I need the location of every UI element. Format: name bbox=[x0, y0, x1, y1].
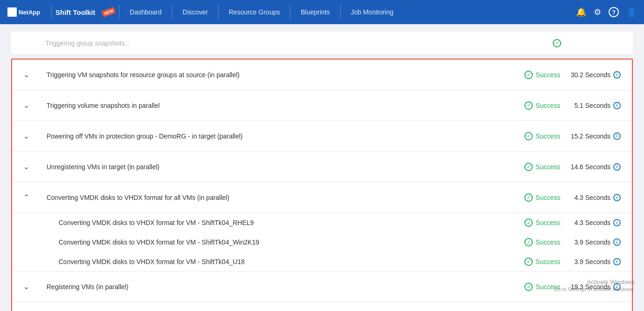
table-row: Converting VMDK disks to VHDX format for… bbox=[12, 252, 632, 271]
sub-row-3-info-icon[interactable]: i bbox=[613, 258, 621, 265]
table-row: ⌄ Registering VMs (in parallel) ✓ Succes… bbox=[12, 271, 632, 302]
row-4-label: Unregistering VMs in target (in parallel… bbox=[37, 163, 504, 171]
sub-row-1-success-icon: ✓ bbox=[524, 218, 533, 227]
table-row: ⌄ Triggering VM snapshots for resource g… bbox=[12, 60, 632, 90]
nav-discover[interactable]: Discover bbox=[176, 8, 214, 16]
sub-row-1-label: Converting VMDK disks to VHDX format for… bbox=[49, 219, 504, 226]
shift-toolkit-label: Shift Toolkit bbox=[55, 8, 99, 16]
row-2-info-icon[interactable]: i bbox=[613, 102, 621, 109]
nav-dashboard[interactable]: Dashboard bbox=[123, 8, 168, 16]
sub-row-1-status: ✓ Success bbox=[504, 218, 560, 227]
jobs-table: ⌄ Triggering VM snapshots for resource g… bbox=[11, 59, 633, 311]
sub-row-1-status-text: Success bbox=[536, 219, 560, 226]
row-4-status: ✓ Success bbox=[504, 163, 560, 171]
row-1-label: Triggering VM snapshots for resource gro… bbox=[37, 71, 504, 79]
sub-row-2-info-icon[interactable]: i bbox=[613, 238, 621, 246]
row-4-success-icon: ✓ bbox=[524, 163, 533, 171]
navbar-right: 🔔 ⚙ ? 👤 bbox=[576, 7, 637, 17]
nav-divider-6 bbox=[340, 5, 341, 19]
row-1-time: 30.2 Seconds i bbox=[560, 71, 621, 79]
row-6-status: ✓ Success bbox=[504, 283, 560, 291]
gear-icon[interactable]: ⚙ bbox=[594, 7, 601, 17]
sub-row-2-time-text: 3.9 Seconds bbox=[574, 238, 610, 246]
sub-row-3-status-text: Success bbox=[536, 258, 560, 265]
row-1-info-icon[interactable]: i bbox=[613, 71, 621, 79]
table-row: ⌄ Unregistering VMs in target (in parall… bbox=[12, 152, 632, 182]
help-icon[interactable]: ? bbox=[609, 7, 619, 17]
top-partial-label: Triggering group snapshots... bbox=[36, 40, 505, 47]
row-5-time: 4.3 Seconds i bbox=[560, 194, 621, 201]
windows-activation: Activate Windows Go to Settings to activ… bbox=[554, 278, 635, 292]
shift-toolkit-brand: Shift Toolkit NEW bbox=[55, 8, 115, 16]
row-3-status-text: Success bbox=[536, 132, 560, 140]
sub-row-2-status: ✓ Success bbox=[504, 238, 560, 246]
table-row: ⌄ Powering off VMs in protection group -… bbox=[12, 121, 632, 152]
sub-row-3-time-text: 3.9 Seconds bbox=[574, 258, 610, 265]
row-6-label: Registering VMs (in parallel) bbox=[37, 283, 504, 291]
row-5-status: ✓ Success bbox=[504, 193, 560, 202]
row-1-chevron[interactable]: ⌄ bbox=[23, 70, 37, 79]
row-4-chevron[interactable]: ⌄ bbox=[23, 162, 37, 171]
row-2-success-icon: ✓ bbox=[524, 101, 533, 110]
row-5-info-icon[interactable]: i bbox=[613, 194, 621, 201]
sub-row-1-info-icon[interactable]: i bbox=[613, 219, 621, 226]
row-3-label: Powering off VMs in protection group - D… bbox=[37, 132, 504, 140]
table-row: ⌄ Powering on VMs in protection group - … bbox=[12, 302, 632, 311]
row-5-time-text: 4.3 Seconds bbox=[574, 194, 610, 201]
row-3-time: 15.2 Seconds i bbox=[560, 132, 621, 140]
row-5-status-text: Success bbox=[536, 194, 560, 201]
row-6-success-icon: ✓ bbox=[524, 283, 533, 291]
sub-row-1-time-text: 4.3 Seconds bbox=[574, 219, 610, 226]
row-3-success-icon: ✓ bbox=[524, 132, 533, 140]
row-2-time-text: 5.1 Seconds bbox=[574, 102, 610, 109]
navbar: NetApp Shift Toolkit NEW Dashboard Disco… bbox=[0, 0, 644, 24]
top-partial-row: Triggering group snapshots... ✓ bbox=[11, 32, 633, 55]
row-3-time-text: 15.2 Seconds bbox=[570, 132, 610, 140]
user-icon[interactable]: 👤 bbox=[626, 7, 637, 17]
row-3-chevron[interactable]: ⌄ bbox=[23, 132, 37, 140]
sub-row-2-time: 3.9 Seconds i bbox=[560, 238, 621, 246]
table-row: ⌄ Triggering volume snapshots in paralle… bbox=[12, 90, 632, 121]
row-5-label: Converting VMDK disks to VHDX format for… bbox=[37, 194, 504, 201]
row-2-label: Triggering volume snapshots in parallel bbox=[37, 102, 504, 109]
sub-row-2-status-text: Success bbox=[536, 238, 560, 246]
nav-blueprints[interactable]: Blueprints bbox=[294, 8, 336, 16]
row-3-status: ✓ Success bbox=[504, 132, 560, 140]
top-partial-status: ✓ bbox=[505, 39, 561, 47]
netapp-label: NetApp bbox=[19, 9, 40, 16]
sub-row-2-success-icon: ✓ bbox=[524, 238, 533, 246]
netapp-logo-square bbox=[7, 7, 17, 17]
bell-icon[interactable]: 🔔 bbox=[576, 7, 586, 17]
row-4-status-text: Success bbox=[536, 163, 560, 171]
netapp-logo: NetApp bbox=[7, 7, 47, 17]
row-1-status: ✓ Success bbox=[504, 71, 560, 79]
row-6-chevron[interactable]: ⌄ bbox=[23, 282, 37, 291]
row-4-info-icon[interactable]: i bbox=[613, 163, 621, 171]
row-2-status-text: Success bbox=[536, 102, 560, 109]
table-row: Converting VMDK disks to VHDX format for… bbox=[12, 232, 632, 252]
sub-row-3-time: 3.9 Seconds i bbox=[560, 258, 621, 265]
table-row: ⌃ Converting VMDK disks to VHDX format f… bbox=[12, 182, 632, 213]
sub-row-3-success-icon: ✓ bbox=[524, 258, 533, 266]
row-5-success-icon: ✓ bbox=[524, 193, 533, 202]
row-3-info-icon[interactable]: i bbox=[613, 132, 621, 140]
nav-divider-1 bbox=[51, 5, 52, 19]
nav-divider-3 bbox=[172, 5, 172, 19]
row-2-status: ✓ Success bbox=[504, 101, 560, 110]
row-2-time: 5.1 Seconds i bbox=[560, 102, 621, 109]
nav-divider-4 bbox=[218, 5, 219, 19]
sub-row-3-label: Converting VMDK disks to VHDX format for… bbox=[49, 258, 504, 265]
sub-row-1-time: 4.3 Seconds i bbox=[560, 219, 621, 226]
top-partial-success-icon: ✓ bbox=[553, 39, 561, 47]
nav-job-monitoring[interactable]: Job Monitoring bbox=[344, 8, 400, 16]
sub-row-3-status: ✓ Success bbox=[504, 258, 560, 266]
row-1-time-text: 30.2 Seconds bbox=[570, 71, 610, 79]
row-2-chevron[interactable]: ⌄ bbox=[23, 101, 37, 110]
nav-resource-groups[interactable]: Resource Groups bbox=[222, 8, 287, 16]
row-5-chevron[interactable]: ⌃ bbox=[23, 193, 37, 202]
new-badge: NEW bbox=[101, 7, 116, 17]
row-1-success-icon: ✓ bbox=[524, 71, 533, 79]
row-1-status-text: Success bbox=[536, 71, 560, 79]
row-4-time: 14.6 Seconds i bbox=[560, 163, 621, 171]
nav-divider-5 bbox=[290, 5, 290, 19]
